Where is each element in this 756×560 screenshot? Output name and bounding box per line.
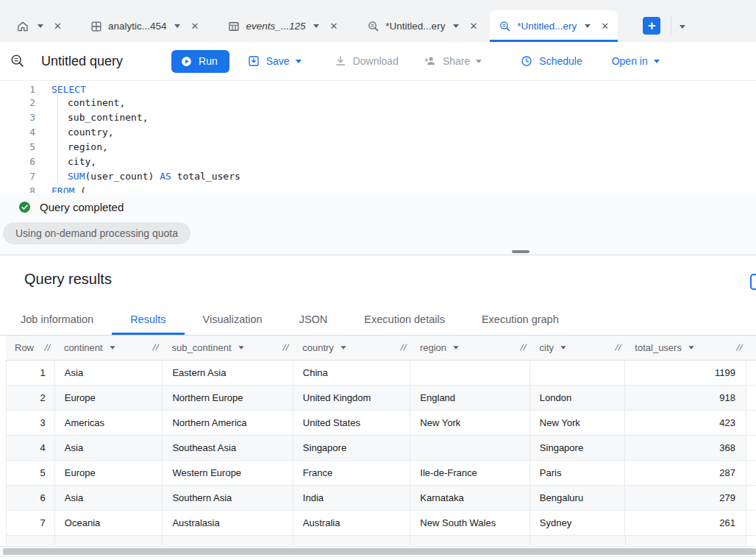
play-circle-icon	[180, 55, 193, 68]
column-menu-caret-icon[interactable]	[688, 346, 693, 350]
tab-untitled-query-1[interactable]: *Untitled...ery ✕	[358, 10, 486, 42]
query-status-row: Query completed	[0, 193, 756, 214]
tab-analytics-dataset[interactable]: analytic...454 ✕	[81, 10, 207, 42]
column-header-continent[interactable]: continent	[55, 336, 163, 360]
query-status-panel: Query completed Using on-demand processi…	[0, 193, 756, 255]
schedule-button[interactable]: Schedule	[520, 54, 582, 68]
tab-untitled-query-2-active[interactable]: *Untitled...ery ✕	[490, 10, 618, 42]
row-number-cell: 1	[6, 361, 55, 385]
tab-label: events_...125	[246, 21, 305, 32]
run-button[interactable]: Run	[171, 50, 229, 73]
cell-city: New York	[530, 411, 626, 435]
horizontal-scrollbar-thumb[interactable]	[3, 548, 756, 555]
save-button[interactable]: Save	[247, 54, 302, 68]
code-line: 7 SUM(user_count) AS total_users	[0, 169, 756, 184]
column-menu-caret-icon[interactable]	[560, 346, 566, 350]
cell-total-users: 368	[625, 436, 746, 460]
cell-filler	[746, 386, 756, 410]
cell-region	[410, 361, 530, 385]
chevron-down-icon	[476, 60, 482, 63]
cell-filler	[746, 486, 756, 510]
share-button[interactable]: Share	[424, 54, 482, 68]
chevron-down-icon[interactable]	[38, 24, 43, 28]
chevron-down-icon[interactable]	[585, 24, 591, 28]
cell-total-users: 279	[625, 486, 746, 510]
tab-home[interactable]: ✕	[7, 10, 71, 42]
results-tab-bar: Job information Results Visualization JS…	[0, 303, 756, 336]
table-row-clipped	[6, 536, 756, 545]
chevron-down-icon[interactable]	[174, 24, 180, 28]
column-resize-handle-icon[interactable]	[151, 343, 160, 352]
table-row: 6 Asia Southern Asia India Karnataka Ben…	[6, 486, 756, 511]
tab-label: *Untitled...ery	[517, 21, 577, 32]
panel-resize-handle[interactable]	[512, 250, 529, 253]
column-header-sub-continent[interactable]: sub_continent	[163, 336, 294, 360]
column-header-city[interactable]: city	[531, 336, 627, 360]
cell-sub-continent: Australasia	[163, 511, 293, 535]
open-in-button[interactable]: Open in	[612, 55, 660, 67]
column-resize-handle-icon[interactable]	[399, 343, 407, 352]
column-menu-caret-icon[interactable]	[110, 346, 115, 350]
open-in-label: Open in	[612, 55, 648, 67]
tab-job-information[interactable]: Job information	[2, 303, 112, 335]
cell-region: New York	[410, 411, 530, 435]
cell-city: Singapore	[530, 436, 626, 460]
save-label: Save	[266, 55, 290, 67]
save-results-button-cutoff[interactable]	[750, 274, 756, 290]
cell-continent: Europe	[55, 461, 163, 485]
column-menu-caret-icon[interactable]	[238, 346, 243, 350]
close-tab-icon[interactable]: ✕	[190, 21, 199, 31]
tab-visualization[interactable]: Visualization	[185, 303, 281, 335]
cell-sub-continent: Southeast Asia	[163, 436, 293, 460]
cell-continent: Europe	[55, 386, 163, 410]
download-button[interactable]: Download	[334, 54, 399, 68]
chevron-down-icon[interactable]	[313, 24, 319, 28]
column-header-total-users[interactable]: total_users	[626, 336, 747, 360]
query-results-title: Query results	[24, 271, 112, 288]
cell-country: India	[293, 486, 411, 510]
close-tab-icon[interactable]: ✕	[329, 21, 338, 31]
tab-events-table[interactable]: events_...125 ✕	[218, 10, 346, 42]
close-tab-icon[interactable]: ✕	[601, 21, 609, 31]
query-results-header: Query results	[0, 256, 756, 303]
row-number-cell: 7	[6, 511, 55, 535]
column-resize-handle-icon[interactable]	[518, 343, 527, 352]
column-menu-caret-icon[interactable]	[340, 346, 346, 350]
cell-city: Paris	[530, 461, 626, 485]
column-header-row: Row	[6, 336, 55, 360]
cell-city: Sydney	[530, 511, 626, 535]
query-toolbar: Untitled query Run Save Download Share	[0, 42, 756, 81]
row-number-cell: 2	[6, 386, 55, 410]
person-add-icon	[424, 54, 437, 68]
query-icon	[499, 20, 512, 33]
column-resize-handle-icon[interactable]	[735, 343, 743, 352]
column-resize-handle-icon[interactable]	[613, 343, 622, 352]
column-header-region[interactable]: region	[411, 336, 531, 360]
cell-filler	[746, 411, 756, 435]
column-header-country[interactable]: country	[293, 336, 411, 360]
column-resize-handle-icon[interactable]	[43, 343, 51, 352]
table-row: 5 Europe Western Europe France Ile-de-Fr…	[6, 461, 756, 486]
tab-execution-graph[interactable]: Execution graph	[463, 303, 577, 335]
close-tab-icon[interactable]: ✕	[54, 21, 62, 31]
table-icon	[227, 20, 240, 33]
tab-overflow-caret-icon[interactable]	[680, 25, 685, 29]
query-title: Untitled query	[41, 54, 123, 69]
chevron-down-icon[interactable]	[453, 24, 459, 28]
close-tab-icon[interactable]: ✕	[469, 21, 477, 31]
row-number-cell: 5	[6, 461, 55, 485]
tab-results[interactable]: Results	[112, 303, 184, 335]
line-number: 8	[0, 184, 35, 193]
results-table: Row continent sub_continent country regi…	[6, 336, 756, 545]
bigquery-app: ✕ analytic...454 ✕ events_...125 ✕ *Unti…	[0, 0, 756, 560]
save-icon	[247, 54, 260, 68]
new-tab-button[interactable]: +	[643, 17, 660, 35]
column-resize-handle-icon[interactable]	[281, 343, 290, 352]
home-icon	[16, 20, 29, 33]
download-label: Download	[353, 55, 399, 67]
sql-editor[interactable]: 1 SELECT 2 continent, 3 sub_continent, 4…	[0, 81, 756, 193]
tab-json[interactable]: JSON	[281, 303, 346, 335]
column-menu-caret-icon[interactable]	[453, 346, 458, 350]
horizontal-scrollbar	[0, 546, 756, 557]
tab-execution-details[interactable]: Execution details	[346, 303, 463, 335]
